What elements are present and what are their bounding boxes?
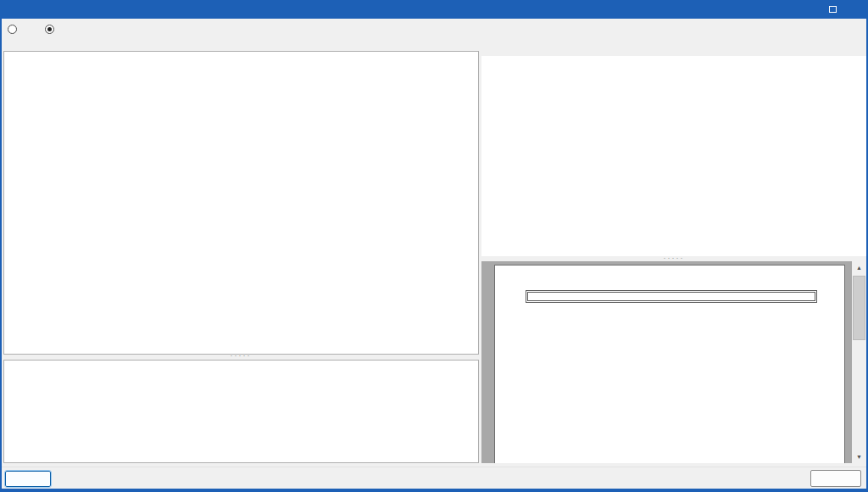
right-horizontal-splitter[interactable]: ····· <box>648 255 699 261</box>
library-mode-selector <box>2 19 866 39</box>
detail-panel-empty <box>3 360 479 463</box>
cancel-button[interactable] <box>810 470 861 487</box>
radio-library-generic-elements[interactable] <box>45 25 58 34</box>
polar-plot-c0-c180 <box>532 320 665 453</box>
dialog-window: ····· ····· ▲ ▼ <box>0 0 868 492</box>
scroll-down-icon[interactable]: ▼ <box>852 450 866 463</box>
maximize-button[interactable] <box>821 0 844 19</box>
maximize-icon <box>829 6 837 13</box>
accept-button[interactable] <box>5 471 51 487</box>
radio-manufacturer-catalogues[interactable] <box>8 25 21 34</box>
preview-title-box <box>526 290 817 303</box>
preview-page <box>494 265 845 463</box>
footer-bar <box>2 467 866 489</box>
left-horizontal-splitter[interactable]: ····· <box>215 353 266 359</box>
radio-icon-selected <box>45 25 54 34</box>
close-button[interactable] <box>843 0 866 19</box>
scrollbar-thumb[interactable] <box>853 276 865 340</box>
radio-icon <box>8 25 17 34</box>
luminaire-table-panel <box>3 51 479 355</box>
preview-scrollbar[interactable]: ▲ ▼ <box>852 261 866 463</box>
photometric-curves-preview: ▲ ▼ <box>481 261 866 463</box>
photometric-solid-viewport[interactable] <box>481 56 866 256</box>
titlebar <box>0 0 868 19</box>
photometric-solid-wireframe <box>481 56 866 256</box>
scroll-up-icon[interactable]: ▲ <box>852 261 866 274</box>
window-border-bottom <box>0 489 868 492</box>
window-border-left <box>0 19 2 489</box>
preview-title <box>527 292 815 301</box>
polar-plot-c90-c270 <box>676 320 809 453</box>
